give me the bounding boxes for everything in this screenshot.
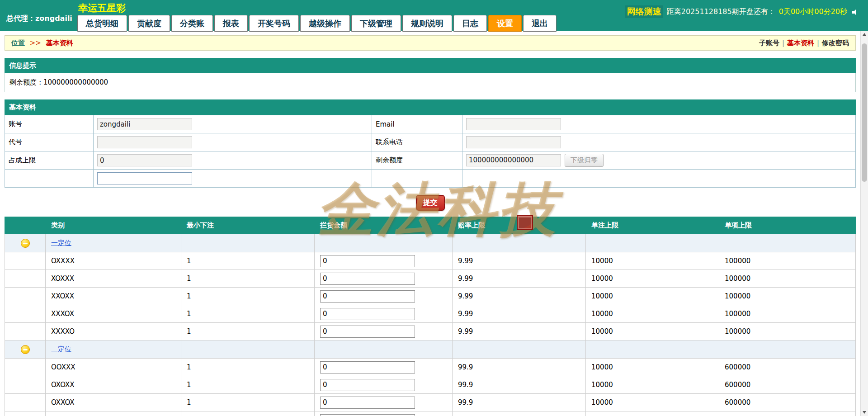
block-amount-input[interactable] (320, 273, 415, 285)
collapse-icon[interactable] (21, 239, 30, 248)
collapse-icon[interactable] (21, 345, 30, 354)
column-header: 最小下注 (181, 217, 315, 234)
single-bet-limit-cell: 10000 (586, 270, 719, 288)
single-bet-limit-cell: 10000 (586, 376, 719, 394)
breadcrumb-link-修改密码[interactable]: 修改密码 (822, 39, 849, 47)
block-amount-input[interactable] (320, 290, 415, 303)
balance-label: 剩余额度 (372, 151, 462, 170)
breadcrumb-links: 子账号|基本资料|修改密码 (759, 39, 849, 47)
limits-table: 类别最小下注拦货金额赔率上限单注上限单项上限 一定位OXXXX19.991000… (5, 217, 856, 416)
breadcrumb-link-基本资料[interactable]: 基本资料 (787, 39, 814, 47)
single-bet-limit-cell: 10000 (586, 288, 719, 305)
breadcrumb-link-子账号[interactable]: 子账号 (759, 39, 779, 47)
min-bet-cell: 1 (181, 411, 315, 416)
min-bet-cell: 1 (181, 270, 315, 288)
min-bet-cell: 1 (181, 323, 315, 340)
nav-tab-下级管理[interactable]: 下级管理 (351, 15, 401, 32)
item-limit-cell: 600000 (719, 411, 856, 416)
profile-section: 基本资料 账号 Email 代号 联系电话 占成上限 剩余额度 下级归零 (5, 99, 856, 188)
odds-limit-cell: 9.99 (453, 270, 586, 288)
nav-tab-贡献度[interactable]: 贡献度 (128, 15, 170, 32)
nav-tab-报表[interactable]: 报表 (214, 15, 248, 32)
nav-tab-日志[interactable]: 日志 (453, 15, 487, 32)
min-bet-cell: 1 (181, 305, 315, 323)
min-bet-cell: 1 (181, 376, 315, 394)
submit-row: 提交 (5, 195, 856, 216)
nav-tab-越级操作[interactable]: 越级操作 (300, 15, 350, 32)
limit-row: OOXXX199.910000600000 (5, 359, 856, 376)
group-link[interactable]: 一定位 (51, 239, 71, 247)
empty-label-cell (5, 170, 94, 188)
nav-tab-分类账[interactable]: 分类账 (171, 15, 213, 32)
nav-tab-规则说明[interactable]: 规则说明 (402, 15, 452, 32)
sound-icon[interactable] (852, 9, 859, 15)
agent-label: 总代理：zongdaili (6, 14, 72, 24)
block-amount-input[interactable] (320, 361, 415, 373)
single-bet-limit-cell: 10000 (586, 359, 719, 376)
occupy-limit-input (97, 154, 192, 166)
breadcrumb-separator-icon: >> (30, 39, 41, 47)
single-bet-limit-cell: 10000 (586, 394, 719, 411)
odds-limit-cell: 9.99 (453, 288, 586, 305)
group-row: 二定位 (5, 340, 856, 359)
nav-tab-总货明细[interactable]: 总货明细 (77, 15, 127, 32)
limits-table-header-row: 类别最小下注拦货金额赔率上限单注上限单项上限 (5, 217, 856, 234)
email-input (466, 118, 561, 130)
submit-button[interactable]: 提交 (416, 195, 445, 211)
nav-tab-退出[interactable]: 退出 (523, 15, 557, 32)
page-content: 位置 >> 基本资料 子账号|基本资料|修改密码 信息提示 剩余额度：10000… (0, 31, 868, 416)
limit-row: OXXXO199.910000600000 (5, 411, 856, 416)
column-header: 拦货金额 (315, 217, 453, 234)
account-input (97, 118, 192, 130)
odds-limit-cell: 99.9 (453, 411, 586, 416)
group-link[interactable]: 二定位 (51, 345, 71, 353)
network-speed-link[interactable]: 网络测速 (625, 5, 663, 18)
limit-row: XXXXO19.9910000100000 (5, 323, 856, 340)
category-cell: OXOXX (46, 376, 181, 394)
nav-tab-设置[interactable]: 设置 (488, 15, 522, 32)
block-amount-input[interactable] (320, 326, 415, 338)
link-separator: | (817, 39, 819, 47)
scroll-up-button[interactable] (861, 31, 868, 38)
block-amount-input[interactable] (320, 397, 415, 409)
breadcrumb: 位置 >> 基本资料 (11, 39, 73, 47)
category-cell: OXXXO (46, 411, 181, 416)
vertical-scrollbar[interactable] (860, 31, 868, 416)
code-label: 代号 (5, 133, 94, 151)
item-limit-cell: 100000 (719, 270, 856, 288)
limit-row: XXXOX19.9910000100000 (5, 305, 856, 323)
category-cell: XOXXX (46, 270, 181, 288)
account-label: 账号 (5, 115, 94, 133)
category-cell: OXXXX (46, 252, 181, 270)
min-bet-cell: 1 (181, 288, 315, 305)
odds-limit-cell: 9.99 (453, 305, 586, 323)
block-amount-input[interactable] (320, 255, 415, 267)
single-bet-limit-cell: 10000 (586, 323, 719, 340)
scroll-down-button[interactable] (861, 408, 868, 416)
info-section-title: 信息提示 (5, 58, 856, 73)
block-amount-input[interactable] (320, 379, 415, 391)
reset-subordinate-button[interactable]: 下级归零 (565, 154, 604, 167)
item-limit-cell: 100000 (719, 288, 856, 305)
odds-limit-cell: 99.9 (453, 359, 586, 376)
limits-table-body: 一定位OXXXX19.9910000100000XOXXX19.99100001… (5, 234, 856, 416)
odds-limit-cell: 9.99 (453, 252, 586, 270)
single-bet-limit-cell: 10000 (586, 252, 719, 270)
item-limit-cell: 100000 (719, 252, 856, 270)
scrollbar-thumb[interactable] (862, 43, 867, 182)
block-amount-input[interactable] (320, 308, 415, 320)
category-cell: XXXXO (46, 323, 181, 340)
header-right: 网络测速 距离20251128185期开盘还有： 0天00小时00分20秒 (625, 5, 859, 18)
odds-limit-cell: 99.9 (453, 376, 586, 394)
block-amount-input[interactable] (320, 414, 415, 416)
category-cell: XXOXX (46, 288, 181, 305)
email-label: Email (372, 115, 462, 133)
location-label: 位置 (11, 39, 25, 47)
password-input[interactable] (97, 172, 192, 184)
code-input (97, 136, 192, 148)
single-bet-limit-cell: 10000 (586, 411, 719, 416)
nav-tab-开奖号码[interactable]: 开奖号码 (249, 15, 299, 32)
main-nav: 总货明细贡献度分类账报表开奖号码越级操作下级管理规则说明日志设置退出 (77, 15, 557, 32)
empty-cell (372, 170, 462, 188)
app-title: 幸运五星彩 (77, 0, 557, 15)
